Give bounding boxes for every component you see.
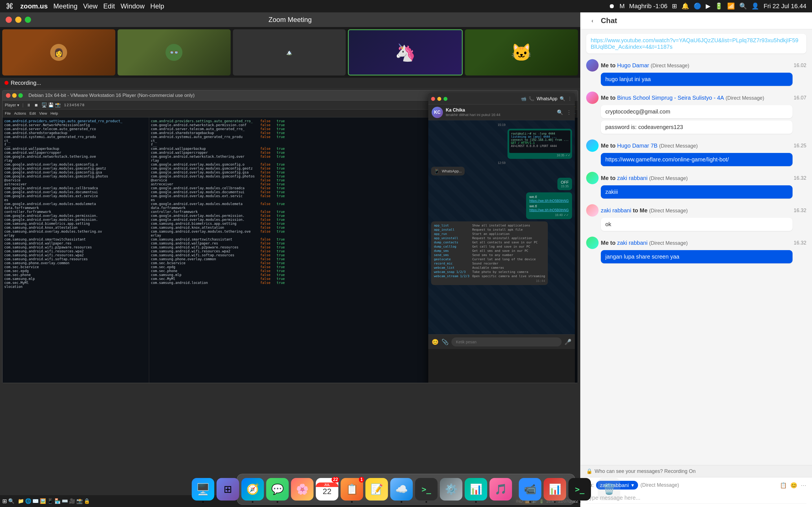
dock-activity[interactable]: 📊	[465, 478, 487, 501]
dock-music[interactable]: 🎵	[490, 478, 512, 501]
video-thumbnail-3[interactable]: 🏔️	[233, 29, 346, 75]
chat-sender-me-zaki: Me to zaki rabbani (Direct Message)	[601, 175, 688, 181]
vm-taskbar-browser[interactable]: 🌐	[25, 498, 31, 504]
wifi-icon[interactable]: 📶	[727, 3, 735, 10]
wa-emoji-icon[interactable]: 😊	[432, 339, 439, 345]
dock-notes[interactable]: 📝	[365, 478, 388, 501]
dock-powerpoint[interactable]: 📊	[544, 478, 566, 501]
chat-panel-collapse-btn[interactable]: ‹	[587, 16, 598, 26]
vm-close[interactable]	[6, 93, 10, 98]
video-thumbnail-5[interactable]: 🐱	[465, 29, 578, 75]
kali-file-menu[interactable]: File	[5, 111, 11, 115]
dock-terminal-2[interactable]: >_	[568, 478, 591, 501]
vm-taskbar-myapps[interactable]: 📱	[47, 498, 53, 504]
dock-safari[interactable]: 🧭	[241, 478, 264, 501]
minimize-button[interactable]	[15, 17, 21, 23]
chat-format-icon[interactable]: 📋	[780, 482, 787, 489]
dock-zoom[interactable]: 📹	[519, 478, 541, 501]
chat-bubble-zakiii: zakiii	[601, 185, 793, 199]
dock-icloud[interactable]: ☁️	[390, 478, 413, 501]
search-icon[interactable]: 🔍	[739, 3, 747, 10]
battery-icon: 🔋	[715, 3, 723, 10]
notification-icon[interactable]: 🔔	[681, 3, 689, 10]
safari-icon: 🧭	[246, 483, 259, 495]
wa-search-chat-icon[interactable]: 🔍	[557, 109, 563, 115]
dock-terminal[interactable]: >_	[415, 478, 438, 501]
dock-messages[interactable]: 💬	[266, 478, 289, 501]
menu-window[interactable]: Window	[121, 2, 145, 10]
wa-more-icon[interactable]: ⋮	[567, 96, 572, 101]
wa-message-input[interactable]	[451, 337, 562, 346]
vm-icon-2[interactable]: 💾	[48, 102, 54, 108]
vm-ctrl-icon[interactable]: ⏸	[27, 103, 31, 107]
zoom-titlebar: Zoom Meeting	[0, 12, 580, 27]
zoom-window: Zoom Meeting 👩 👓 🏔️ 🦄 🐱 Recording...	[0, 12, 580, 507]
clock: Fri 22 Jul 16.44	[763, 3, 806, 10]
video-thumbnail-1[interactable]: 👩	[2, 29, 115, 75]
media-icon[interactable]: ▶	[706, 3, 711, 10]
bluetooth-icon[interactable]: 🔵	[694, 3, 701, 10]
wa-close-btn[interactable]	[431, 97, 435, 101]
dock-reminders[interactable]: 📋	[341, 478, 363, 501]
dock-finder[interactable]: 🖥️	[192, 478, 214, 501]
kali-help-menu[interactable]: Help	[50, 111, 58, 115]
vm-taskbar-store[interactable]: 🏪	[54, 498, 61, 504]
dock-launchpad[interactable]: ⊞	[216, 478, 239, 501]
screen-record-icon[interactable]: ⏺	[609, 3, 615, 10]
wa-attachment-icon[interactable]: 📎	[442, 339, 449, 345]
vm-icon-3[interactable]: 📸	[55, 102, 61, 108]
vm-taskbar-security[interactable]: 🔒	[84, 498, 90, 504]
dock-trash[interactable]: 🗑️	[598, 478, 620, 501]
close-button[interactable]	[6, 17, 12, 23]
vm-fullscreen[interactable]	[18, 93, 23, 98]
menu-app[interactable]: zoom.us	[20, 2, 48, 10]
vm-stop-icon[interactable]: ⏹	[34, 103, 38, 107]
kali-edit-menu[interactable]: Edit	[30, 111, 36, 115]
dock-system-prefs[interactable]: ⚙️	[440, 478, 462, 501]
vm-icon-1[interactable]: 🖥️	[42, 102, 47, 108]
video-thumbnail-4-active[interactable]: 🦄	[348, 29, 463, 75]
kali-view-menu[interactable]: View	[39, 111, 47, 115]
wa-more-options-icon[interactable]: ⋮	[566, 109, 571, 115]
dock-calendar[interactable]: JUL 22	[316, 478, 338, 501]
recipient-dropdown-icon[interactable]: ▾	[631, 482, 634, 488]
fullscreen-button[interactable]	[25, 17, 31, 23]
vm-taskbar-photos[interactable]: 🖼️	[40, 498, 46, 504]
vm-taskbar-camera[interactable]: 📸	[77, 498, 83, 504]
wa-mic-icon[interactable]: 🎤	[564, 339, 571, 345]
wa-contact-status: terakhir dilihat hari ini pukul 16:44	[446, 113, 554, 117]
wa-call-icon[interactable]: 📞	[529, 96, 534, 101]
grid-icon[interactable]: ⊞	[672, 3, 677, 10]
chat-emoji-icon[interactable]: 😊	[790, 482, 797, 489]
chat-msg-meta-1: Me to Hugo Damar (Direct Message)	[601, 62, 792, 69]
wa-contact-name: Ka Chika	[446, 108, 554, 113]
vm-taskbar-file[interactable]: 📁	[18, 498, 24, 504]
wa-maximize-btn[interactable]	[444, 97, 448, 101]
vm-minimize[interactable]	[12, 93, 17, 98]
chat-msg-group-binus: Me to Binus School Simprug - Seira Sulis…	[586, 92, 806, 134]
launchpad-icon: ⊞	[223, 483, 232, 495]
vm-taskbar-zoom[interactable]: 🎥	[69, 498, 75, 504]
apple-logo-icon[interactable]: ⌘	[6, 2, 13, 11]
menu-meeting[interactable]: Meeting	[53, 2, 77, 10]
chat-bubble-gameflare: https://www.gameflare.com/online-game/li…	[601, 153, 793, 166]
windows-search-icon[interactable]: 🔍	[8, 498, 14, 504]
menu-view[interactable]: View	[83, 2, 98, 10]
chat-msg-header-zaki-1: Me to zaki rabbani (Direct Message) 16.3…	[586, 172, 806, 184]
user-icon[interactable]: 👤	[751, 3, 759, 10]
vm-taskbar-terminal[interactable]: ⌨️	[62, 498, 68, 504]
wa-minimize-btn[interactable]	[437, 97, 441, 101]
wa-video-call-icon[interactable]: 📹	[521, 96, 526, 101]
chat-more-icon[interactable]: ⋯	[801, 482, 806, 489]
video-thumbnail-2[interactable]: 👓	[117, 29, 231, 75]
wa-search-icon[interactable]: 🔍	[560, 96, 565, 101]
chat-avatar-zaki-reply	[586, 204, 599, 217]
dock-photos[interactable]: 🌸	[291, 478, 313, 501]
vm-player-menu[interactable]: Player ▾	[5, 103, 19, 107]
vm-taskbar-mail[interactable]: ✉️	[33, 498, 39, 504]
menu-help[interactable]: Help	[150, 2, 164, 10]
menu-edit[interactable]: Edit	[103, 2, 115, 10]
kali-actions-menu[interactable]: Actions	[14, 111, 26, 115]
chat-msg-meta-hugo7b: Me to Hugo Damar 7B (Direct Message)	[601, 143, 792, 149]
windows-start-icon[interactable]: ⊞	[2, 498, 7, 504]
